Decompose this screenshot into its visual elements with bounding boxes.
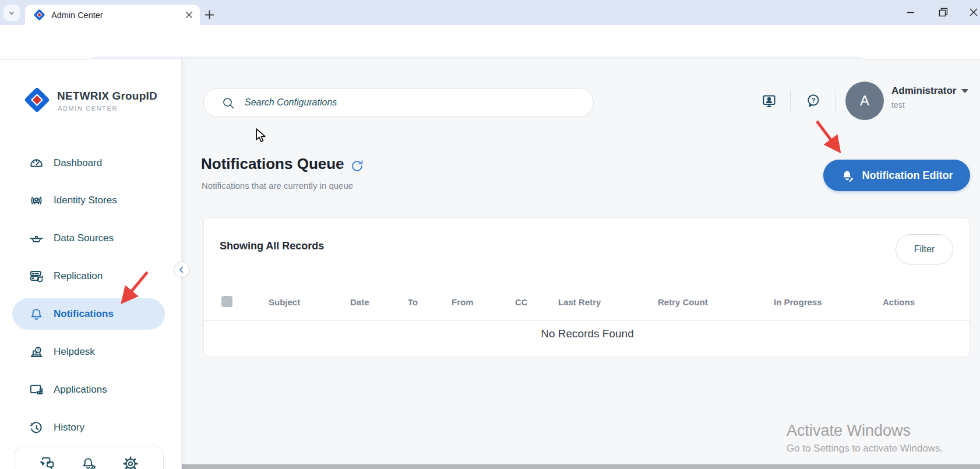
page-title: Notifications Queue xyxy=(201,155,344,173)
remote-session-icon[interactable] xyxy=(761,93,777,109)
tab-title: Admin Center xyxy=(51,10,184,20)
header-divider xyxy=(835,90,836,111)
netwrix-logo-icon xyxy=(23,86,51,114)
sidebar-item-label: Notifications xyxy=(54,308,114,320)
column-header-last-retry[interactable]: Last Retry xyxy=(558,297,601,307)
sidebar-item-label: Applications xyxy=(54,384,107,396)
window-restore-button[interactable] xyxy=(934,3,953,21)
sidebar-quick-actions xyxy=(15,446,164,469)
new-tab-button[interactable] xyxy=(202,7,217,22)
laptop-question-icon: ? xyxy=(29,344,44,360)
bell-edit-icon xyxy=(841,168,855,183)
column-header-cc[interactable]: CC xyxy=(515,297,528,307)
user-menu-caret-icon[interactable] xyxy=(961,89,968,93)
window-close-button[interactable] xyxy=(964,3,980,21)
filter-button[interactable]: Filter xyxy=(896,234,953,265)
sidebar-item-data-sources[interactable]: Data Sources xyxy=(12,223,165,254)
history-clock-icon xyxy=(29,420,44,436)
identity-broadcast-icon xyxy=(29,193,44,209)
header-divider xyxy=(790,90,791,111)
search-bar[interactable] xyxy=(203,88,594,117)
records-card: Showing All Records Filter Subject Date … xyxy=(203,217,970,357)
notification-editor-icon[interactable] xyxy=(81,456,97,469)
database-sync-icon xyxy=(29,269,44,284)
sidebar-item-label: Dashboard xyxy=(54,157,102,169)
sidebar-item-label: Replication xyxy=(54,270,103,282)
avatar-initial: A xyxy=(860,93,869,109)
browser-tab-admin-center[interactable]: Admin Center xyxy=(25,5,200,25)
sidebar-item-helpdesk[interactable]: ? Helpdesk xyxy=(12,336,165,368)
column-header-actions[interactable]: Actions xyxy=(883,297,915,307)
sidebar-item-dashboard[interactable]: Dashboard xyxy=(12,147,165,179)
editor-button-label: Notification Editor xyxy=(862,170,953,182)
browser-toolbar: Not secure https://11clus-1/AdminCenter/… xyxy=(0,25,980,59)
tab-search-button[interactable] xyxy=(3,5,20,21)
help-icon[interactable]: ? xyxy=(805,93,822,109)
column-header-retry-count[interactable]: Retry Count xyxy=(658,297,708,307)
user-avatar[interactable]: A xyxy=(845,82,884,120)
app-content: NETWRIX GroupID ADMIN CENTER Dashboard I… xyxy=(0,59,980,469)
gauge-icon xyxy=(29,156,44,171)
annotation-arrow xyxy=(811,118,848,161)
column-header-subject[interactable]: Subject xyxy=(269,297,300,307)
activate-windows-subtext: Go to Settings to activate Windows. xyxy=(787,443,943,454)
header-row-divider xyxy=(204,320,971,321)
user-name: Administrator xyxy=(891,85,956,97)
gear-icon[interactable] xyxy=(122,456,139,469)
sidebar-item-applications[interactable]: Applications xyxy=(12,374,165,405)
refresh-icon[interactable] xyxy=(350,158,365,174)
column-header-in-progress[interactable]: In Progress xyxy=(774,297,822,307)
sidebar-item-history[interactable]: History xyxy=(12,412,165,443)
user-org: test xyxy=(891,100,905,110)
annotation-arrow xyxy=(114,266,154,308)
tab-close-icon[interactable] xyxy=(184,10,194,20)
column-header-date[interactable]: Date xyxy=(350,297,369,307)
page-subtitle: Notifications that are currently in queu… xyxy=(202,181,353,191)
sidebar-item-label: Data Sources xyxy=(54,232,114,244)
app-window-icon xyxy=(29,382,44,398)
logo-title: NETWRIX GroupID xyxy=(57,90,157,103)
column-header-from[interactable]: From xyxy=(452,297,474,307)
search-input[interactable] xyxy=(245,89,583,117)
window-minimize-button[interactable] xyxy=(901,3,920,21)
title-divider xyxy=(341,157,341,175)
sidebar-item-identity-stores[interactable]: Identity Stores xyxy=(12,185,165,216)
notification-editor-button[interactable]: Notification Editor xyxy=(823,160,970,191)
netwrix-favicon xyxy=(33,9,45,21)
data-hub-icon xyxy=(29,231,44,246)
sidebar-collapse-button[interactable] xyxy=(174,262,190,278)
chevron-down-icon xyxy=(7,8,16,17)
logo-subtitle: ADMIN CENTER xyxy=(58,105,118,112)
empty-state-message: No Records Found xyxy=(204,327,971,340)
chat-icon[interactable] xyxy=(40,456,56,469)
svg-text:?: ? xyxy=(811,96,815,104)
browser-tab-bar: Admin Center xyxy=(0,0,980,25)
sidebar: NETWRIX GroupID ADMIN CENTER Dashboard I… xyxy=(0,59,182,469)
mouse-cursor xyxy=(254,128,267,143)
screen: Admin Center xyxy=(0,0,980,469)
records-summary: Showing All Records xyxy=(220,240,324,252)
sidebar-item-label: History xyxy=(54,422,84,433)
select-all-checkbox[interactable] xyxy=(221,296,232,307)
column-header-to[interactable]: To xyxy=(408,297,418,307)
sidebar-item-label: Helpdesk xyxy=(54,346,95,358)
svg-text:?: ? xyxy=(37,347,40,352)
bell-icon xyxy=(29,306,44,322)
search-icon xyxy=(221,96,235,110)
activate-windows-watermark: Activate Windows xyxy=(787,422,911,440)
sidebar-item-label: Identity Stores xyxy=(54,195,117,206)
